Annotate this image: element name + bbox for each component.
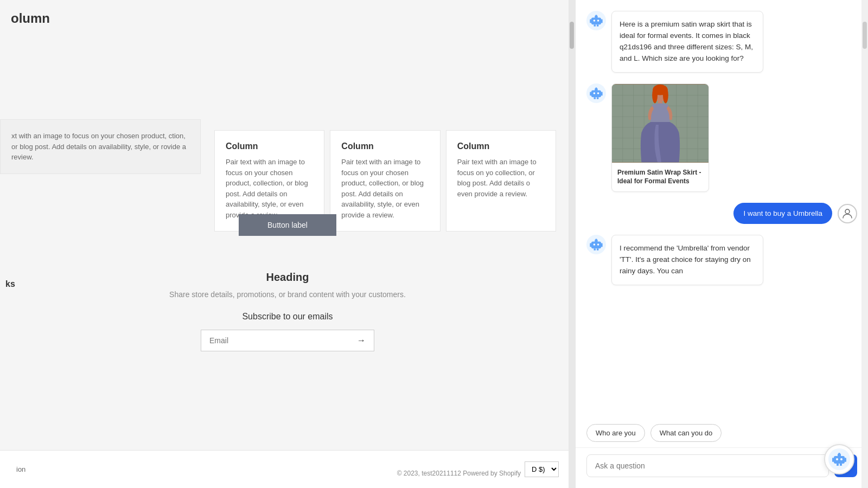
svg-rect-61 [840, 464, 842, 466]
bot-message-3: I recommend the 'Umbrella' from vendor '… [586, 235, 857, 285]
bot-avatar-1 [586, 11, 606, 30]
svg-point-41 [845, 209, 850, 214]
floating-chat-icon [828, 448, 850, 470]
user-avatar-1 [838, 204, 857, 223]
button-label-section: Button label [108, 209, 467, 236]
svg-rect-16 [590, 92, 591, 95]
svg-rect-11 [591, 90, 601, 97]
svg-point-5 [595, 15, 597, 17]
svg-rect-8 [594, 24, 596, 27]
svg-rect-58 [832, 458, 834, 462]
column-2-title: Column [341, 142, 429, 151]
svg-point-47 [595, 239, 597, 241]
product-image [612, 84, 709, 163]
product-card[interactable]: Premium Satin Wrap Skirt - Ideal for For… [611, 84, 709, 192]
svg-point-38 [652, 87, 658, 103]
heading-section: Heading Share store details, promotions,… [0, 255, 575, 304]
svg-rect-2 [593, 20, 596, 22]
footer: ion D $) [0, 450, 575, 488]
page-scrollbar[interactable] [569, 0, 575, 488]
subscribe-label: Subscribe to our emails [0, 312, 575, 322]
bot-avatar-2 [586, 84, 606, 103]
product-card-name: Premium Satin Wrap Skirt - Ideal for For… [612, 163, 709, 192]
svg-rect-43 [591, 242, 601, 249]
button-label-btn[interactable]: Button label [239, 214, 336, 236]
svg-rect-55 [840, 458, 843, 460]
svg-rect-48 [590, 243, 591, 247]
main-heading: Heading [11, 271, 564, 284]
bot-message-1: Here is a premium satin wrap skirt that … [586, 11, 857, 73]
page-content: olumn xt with an image to focus on your … [0, 0, 575, 488]
chat-messages: Here is a premium satin wrap skirt that … [576, 0, 868, 419]
svg-rect-60 [837, 464, 839, 466]
svg-rect-45 [597, 243, 599, 246]
svg-rect-19 [597, 97, 599, 99]
column-3-text: Pair text with an image to focus on yo c… [457, 157, 545, 199]
partial-section-heading: olumn [0, 0, 575, 31]
footer-copyright: © 2023, test20211112 Powered by Shopify [397, 470, 521, 477]
chat-panel: Here is a premium satin wrap skirt that … [575, 0, 868, 488]
svg-rect-51 [597, 248, 599, 251]
email-input-wrapper[interactable]: → [201, 330, 374, 351]
svg-rect-53 [834, 456, 845, 464]
svg-rect-3 [597, 20, 599, 22]
partial-column-text: xt with an image to focus on your chosen… [11, 131, 189, 163]
partial-column-card: xt with an image to focus on your chosen… [0, 119, 201, 174]
svg-rect-6 [590, 19, 591, 23]
svg-point-39 [663, 87, 668, 103]
svg-rect-49 [601, 243, 603, 247]
chat-scrollbar[interactable] [861, 0, 868, 488]
email-input[interactable] [201, 330, 349, 351]
footer-currency-wrapper: D $) [525, 461, 559, 477]
svg-rect-13 [597, 92, 599, 94]
column-3-title: Column [457, 142, 545, 151]
main-heading-subtitle: Share store details, promotions, or bran… [11, 290, 564, 299]
svg-rect-9 [597, 24, 599, 27]
page-wrapper: olumn xt with an image to focus on your … [0, 0, 868, 488]
chat-input-area [576, 447, 868, 488]
quick-reply-who[interactable]: Who are you [586, 424, 645, 442]
svg-rect-12 [593, 92, 596, 94]
email-submit-arrow[interactable]: → [349, 330, 374, 351]
bot-message-2-product: Premium Satin Wrap Skirt - Ideal for For… [586, 84, 857, 192]
svg-rect-18 [594, 97, 596, 99]
svg-rect-44 [593, 243, 596, 246]
bot-bubble-1: Here is a premium satin wrap skirt that … [611, 11, 763, 73]
footer-links: ion [16, 465, 25, 473]
floating-chat-button[interactable] [824, 444, 854, 474]
svg-point-57 [838, 453, 840, 455]
svg-rect-59 [845, 458, 846, 462]
user-bubble-1: I want to buy a Umbrella [733, 203, 832, 224]
bot-avatar-3 [586, 235, 606, 254]
user-message-1: I want to buy a Umbrella [586, 203, 857, 224]
svg-point-15 [595, 87, 597, 89]
svg-rect-17 [601, 92, 603, 95]
chat-input[interactable] [586, 454, 829, 477]
chat-scrollbar-thumb[interactable] [863, 22, 867, 49]
svg-rect-1 [591, 18, 601, 25]
subscribe-section: Subscribe to our emails → [0, 312, 575, 351]
svg-rect-54 [836, 458, 838, 460]
bot-bubble-3: I recommend the 'Umbrella' from vendor '… [611, 235, 763, 285]
currency-select[interactable]: D $) [525, 461, 559, 477]
svg-rect-7 [601, 19, 603, 23]
quick-reply-what[interactable]: What can you do [650, 424, 722, 442]
column-1-title: Column [226, 142, 313, 151]
page-scrollbar-thumb[interactable] [570, 22, 574, 49]
quick-replies: Who are you What can you do [576, 419, 868, 447]
svg-rect-50 [594, 248, 596, 251]
